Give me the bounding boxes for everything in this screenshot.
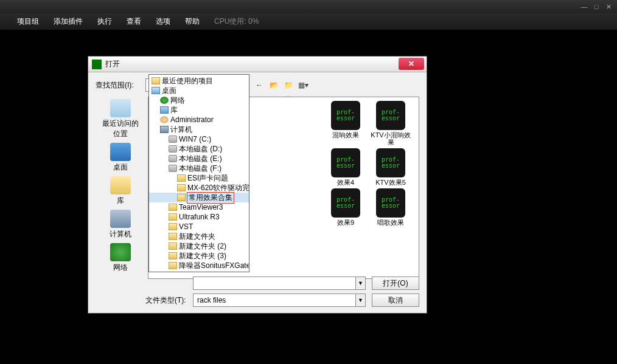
user-icon xyxy=(160,116,169,123)
computer-icon xyxy=(110,210,131,228)
desk-icon xyxy=(152,87,160,94)
place-recent[interactable]: 最近访问的位置 xyxy=(100,99,141,139)
minimize-button[interactable]: — xyxy=(578,2,590,12)
thumb-label: KTV效果5 xyxy=(371,179,411,186)
file-thumb[interactable]: prof-essor混响效果 xyxy=(326,101,366,146)
folder-icon xyxy=(177,174,186,182)
drive-icon xyxy=(169,136,177,143)
filename-input[interactable]: ▼ xyxy=(193,276,366,290)
file-thumb[interactable]: prof-essorKTV效果5 xyxy=(371,148,411,186)
tree-item[interactable]: 网络 xyxy=(149,95,249,105)
file-list-area[interactable]: 最近使用的项目桌面网络库Administrator计算机WIN7 (C:)本地磁… xyxy=(148,97,419,279)
thumb-label: 效果9 xyxy=(326,219,366,226)
folder-icon xyxy=(169,223,177,230)
menu-help[interactable]: 帮助 xyxy=(178,14,207,29)
tree-item[interactable]: 本地磁盘 (F:) xyxy=(149,163,249,173)
folder-icon xyxy=(177,194,186,201)
nav-back-button[interactable]: ← xyxy=(253,78,266,92)
lookin-label: 查找范围(I): xyxy=(96,80,145,91)
dialog-titlebar[interactable]: 打开 ✕ xyxy=(88,57,427,72)
tree-item-label: 计算机 xyxy=(170,125,192,135)
folder-icon xyxy=(169,233,177,240)
folder-icon xyxy=(169,242,177,250)
maximize-button[interactable]: □ xyxy=(590,2,602,12)
tree-item[interactable]: MX-620软件驱动完整版安装包 xyxy=(149,183,249,193)
nav-up-button[interactable]: 📂 xyxy=(267,78,281,92)
tree-item[interactable]: VST xyxy=(149,222,249,232)
comp-icon xyxy=(160,126,169,133)
file-thumb[interactable]: prof-essor唱歌效果 xyxy=(371,188,411,226)
library-icon xyxy=(110,176,131,194)
menu-view[interactable]: 查看 xyxy=(119,14,148,29)
tree-item[interactable]: 常用效果合集 xyxy=(149,193,249,202)
dialog-close-button[interactable]: ✕ xyxy=(399,58,424,70)
menu-add-plugin[interactable]: 添加插件 xyxy=(46,14,90,29)
tree-item[interactable]: 本地磁盘 (E:) xyxy=(149,154,249,163)
file-thumb[interactable]: prof-essorKTV小混响效果 xyxy=(371,101,411,146)
tree-item-label: VST xyxy=(179,222,193,231)
menubar: 项目组 添加插件 执行 查看 选项 帮助 CPU使用: 0% xyxy=(0,13,617,30)
menu-run[interactable]: 执行 xyxy=(90,14,119,29)
tree-item-label: WIN7 (C:) xyxy=(179,135,211,143)
folder-icon xyxy=(177,184,186,191)
tree-item-label: 网络 xyxy=(170,95,185,106)
tree-item[interactable]: 新建文件夹 xyxy=(149,232,249,241)
menu-options[interactable]: 选项 xyxy=(148,14,178,29)
folder-icon xyxy=(169,262,177,269)
tree-item-label: 本地磁盘 (E:) xyxy=(179,154,222,164)
thumb-label: KTV小混响效果 xyxy=(371,131,411,146)
lookin-dropdown-tree[interactable]: 最近使用的项目桌面网络库Administrator计算机WIN7 (C:)本地磁… xyxy=(148,74,249,272)
tree-item-label: MX-620软件驱动完整版安装包 xyxy=(187,183,249,193)
open-file-dialog: 打开 ✕ 查找范围(I): 常用效果合集 ▼ ← 📂 📁✳ ▦▾ 最近访问的位置… xyxy=(88,56,427,314)
tree-item-label: 降噪器SonitusFXGateVST xyxy=(179,261,249,271)
open-button[interactable]: 打开(O) xyxy=(372,276,419,290)
tree-item[interactable]: 最近使用的项目 xyxy=(149,76,249,86)
cancel-button[interactable]: 取消 xyxy=(372,294,419,307)
tree-item[interactable]: 新建文件夹 (3) xyxy=(149,251,249,261)
tree-item-label: 新建文件夹 (3) xyxy=(179,251,226,261)
tree-item-label: Administrator xyxy=(170,115,214,124)
thumb-label: 混响效果 xyxy=(326,131,366,139)
place-library[interactable]: 库 xyxy=(100,176,141,206)
tree-item-label: ESI声卡问题 xyxy=(187,173,228,184)
folder-icon xyxy=(169,252,177,259)
tree-item[interactable]: WIN7 (C:) xyxy=(149,134,249,144)
cpu-status: CPU使用: 0% xyxy=(207,14,266,29)
tree-item-label: 最近使用的项目 xyxy=(162,76,213,86)
filetype-combobox[interactable]: rack files▼ xyxy=(193,294,366,307)
drive-icon xyxy=(169,155,177,162)
tree-item[interactable]: Ultrafunk R3 xyxy=(149,212,249,222)
tree-item[interactable]: ESI声卡问题 xyxy=(149,173,249,183)
tree-item-label: 桌面 xyxy=(162,86,176,96)
place-desktop[interactable]: 桌面 xyxy=(100,143,141,173)
dialog-title: 打开 xyxy=(105,59,120,69)
folder-icon xyxy=(152,77,160,84)
tree-item[interactable]: 计算机 xyxy=(149,125,249,134)
file-thumb[interactable]: prof-essor效果4 xyxy=(326,148,366,186)
tree-item[interactable]: 降噪器SonitusFXGateVST xyxy=(149,261,249,270)
net-icon xyxy=(160,97,169,104)
tree-item-label: 本地磁盘 (F:) xyxy=(179,163,221,174)
file-thumb[interactable]: prof-essor效果9 xyxy=(326,188,366,226)
nav-newfolder-button[interactable]: 📁✳ xyxy=(282,78,295,92)
menu-project[interactable]: 项目组 xyxy=(10,14,46,29)
close-button[interactable]: ✕ xyxy=(602,2,615,12)
tree-item[interactable]: 库 xyxy=(149,105,249,115)
lib-icon xyxy=(160,106,169,114)
thumb-label: 效果4 xyxy=(326,179,366,186)
professor-icon: prof-essor xyxy=(331,188,360,218)
drive-icon xyxy=(169,165,177,172)
place-network[interactable]: 网络 xyxy=(100,243,141,273)
place-computer[interactable]: 计算机 xyxy=(100,210,141,239)
chevron-down-icon[interactable]: ▼ xyxy=(355,277,365,289)
chevron-down-icon[interactable]: ▼ xyxy=(355,294,365,306)
folder-icon xyxy=(169,204,177,211)
tree-item[interactable]: TeamViewer3 xyxy=(149,202,249,212)
tree-item[interactable]: 桌面 xyxy=(149,86,249,95)
nav-viewmode-button[interactable]: ▦▾ xyxy=(296,78,310,92)
tree-item[interactable]: 新建文件夹 (2) xyxy=(149,241,249,251)
tree-item[interactable]: Administrator xyxy=(149,115,249,125)
tree-item[interactable]: 本地磁盘 (D:) xyxy=(149,144,249,154)
folder-icon xyxy=(169,213,177,221)
professor-icon: prof-essor xyxy=(331,101,360,130)
